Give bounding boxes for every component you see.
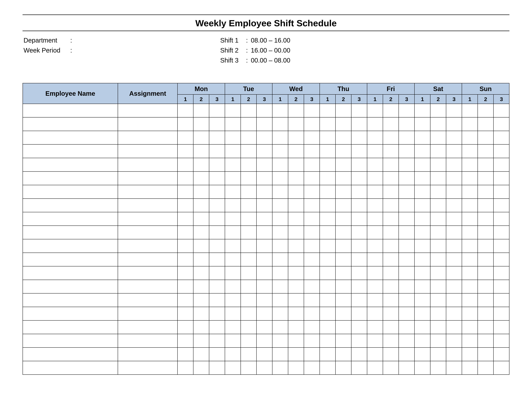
cell-shift [351, 334, 367, 347]
cell-shift [272, 293, 288, 307]
cell-shift [462, 104, 478, 117]
cell-shift [225, 185, 241, 199]
cell-shift [209, 334, 225, 347]
cell-shift [462, 239, 478, 253]
cell-shift [462, 144, 478, 158]
cell-shift [446, 293, 462, 307]
meta-shift-2: Shift 2 : 16.00 – 00.00 [220, 45, 509, 55]
meta-sep: : [70, 35, 75, 45]
cell-shift [209, 320, 225, 334]
cell-shift [478, 361, 494, 374]
cell-shift [209, 307, 225, 320]
cell-shift [430, 104, 446, 117]
cell-shift [178, 212, 193, 226]
cell-shift [304, 144, 320, 158]
cell-assignment [118, 334, 178, 347]
cell-shift [446, 361, 462, 374]
cell-shift [430, 239, 446, 253]
cell-shift [288, 253, 304, 266]
cell-shift [193, 334, 209, 347]
cell-shift [256, 280, 272, 293]
cell-shift [225, 117, 241, 131]
cell-shift [383, 117, 399, 131]
cell-shift [320, 320, 335, 334]
cell-shift [193, 253, 209, 266]
cell-shift [241, 171, 256, 185]
cell-shift [446, 253, 462, 266]
cell-employee [23, 158, 118, 171]
cell-shift [193, 158, 209, 171]
cell-shift [430, 307, 446, 320]
cell-shift [178, 144, 193, 158]
cell-shift [494, 361, 509, 374]
cell-shift [304, 212, 320, 226]
cell-shift [494, 239, 509, 253]
cell-shift [178, 334, 193, 347]
cell-employee [23, 347, 118, 361]
cell-shift [478, 171, 494, 185]
cell-shift [399, 212, 415, 226]
cell-shift [288, 104, 304, 117]
header-sub: 3 [209, 94, 225, 104]
cell-shift [272, 104, 288, 117]
cell-shift [383, 334, 399, 347]
cell-shift [193, 226, 209, 239]
cell-assignment [118, 293, 178, 307]
cell-shift [288, 199, 304, 212]
cell-shift [462, 199, 478, 212]
department-label: Department [24, 35, 70, 45]
cell-shift [178, 185, 193, 199]
department-value [75, 35, 201, 45]
cell-shift [383, 144, 399, 158]
cell-shift [494, 253, 509, 266]
cell-shift [399, 158, 415, 171]
cell-shift [225, 226, 241, 239]
cell-shift [272, 334, 288, 347]
cell-shift [288, 117, 304, 131]
cell-shift [351, 199, 367, 212]
cell-assignment [118, 131, 178, 144]
cell-shift [430, 280, 446, 293]
cell-shift [193, 361, 209, 374]
cell-shift [209, 117, 225, 131]
cell-shift [446, 199, 462, 212]
table-row [23, 144, 509, 158]
cell-shift [351, 239, 367, 253]
cell-shift [304, 280, 320, 293]
cell-shift [272, 171, 288, 185]
cell-shift [494, 266, 509, 280]
cell-shift [335, 253, 351, 266]
cell-shift [193, 307, 209, 320]
cell-employee [23, 266, 118, 280]
cell-employee [23, 171, 118, 185]
cell-shift [304, 199, 320, 212]
cell-shift [494, 185, 509, 199]
cell-shift [272, 131, 288, 144]
cell-shift [209, 185, 225, 199]
cell-shift [193, 185, 209, 199]
cell-shift [288, 347, 304, 361]
table-row [23, 185, 509, 199]
cell-shift [304, 266, 320, 280]
cell-assignment [118, 239, 178, 253]
cell-shift [304, 253, 320, 266]
cell-shift [178, 361, 193, 374]
cell-shift [446, 158, 462, 171]
cell-shift [225, 239, 241, 253]
cell-employee [23, 185, 118, 199]
cell-shift [241, 347, 256, 361]
cell-employee [23, 253, 118, 266]
cell-shift [415, 307, 430, 320]
cell-shift [193, 199, 209, 212]
header-day-thu: Thu [320, 83, 367, 94]
cell-shift [494, 144, 509, 158]
week-period-value [75, 45, 201, 55]
cell-shift [288, 293, 304, 307]
cell-shift [320, 185, 335, 199]
cell-shift [462, 334, 478, 347]
cell-shift [415, 171, 430, 185]
cell-shift [399, 117, 415, 131]
header-sub: 2 [193, 94, 209, 104]
table-row [23, 253, 509, 266]
cell-shift [415, 253, 430, 266]
